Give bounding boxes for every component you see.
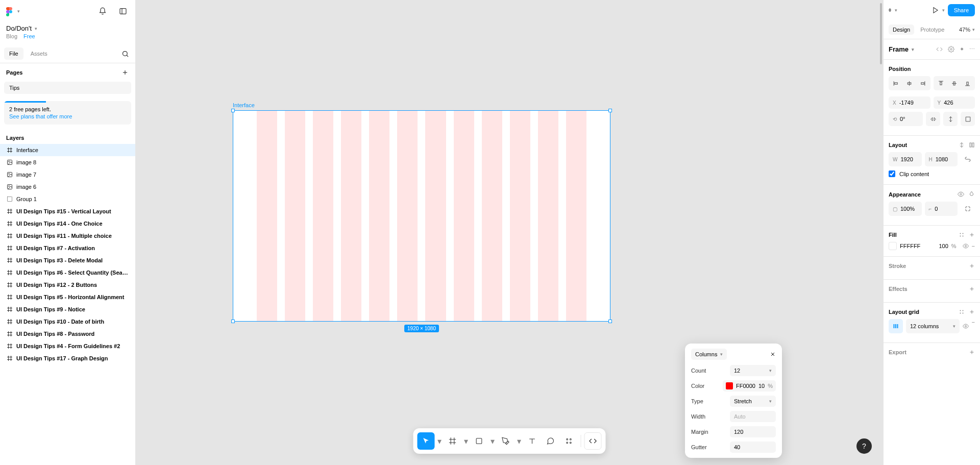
tab-prototype[interactable]: Prototype: [916, 25, 948, 35]
align-left-icon[interactable]: [890, 77, 903, 89]
file-team[interactable]: Blog: [6, 33, 17, 39]
add-fill-icon[interactable]: [969, 232, 975, 238]
resize-handle[interactable]: [231, 109, 235, 112]
fill-opacity[interactable]: 100: [939, 243, 948, 249]
comment-tool[interactable]: [542, 432, 559, 450]
frame-label[interactable]: Interface: [233, 102, 610, 108]
autolayout-h-icon[interactable]: [969, 142, 975, 148]
clip-content-checkbox[interactable]: [889, 170, 895, 177]
text-tool[interactable]: [524, 432, 541, 450]
count-input[interactable]: 12▾: [730, 365, 776, 376]
layer-row[interactable]: UI Design Tips #3 - Delete Modal: [0, 254, 135, 266]
layer-row[interactable]: UI Design Tips #10 - Date of birth: [0, 315, 135, 328]
position-x-input[interactable]: X-1749: [889, 96, 930, 109]
resize-handle[interactable]: [608, 320, 612, 323]
add-effect-icon[interactable]: [969, 286, 975, 292]
actions-tool[interactable]: [560, 432, 578, 450]
layer-row[interactable]: UI Design Tips #4 - Form Guidelines #2: [0, 340, 135, 352]
ai-icon[interactable]: ✦: [960, 46, 964, 53]
styles-icon[interactable]: [959, 309, 965, 315]
fill-swatch-icon[interactable]: [889, 242, 897, 250]
grid-color-input[interactable]: FF0000 10 %: [723, 380, 776, 391]
chevron-down-icon[interactable]: ▾: [35, 26, 37, 31]
layer-row[interactable]: UI Design Tips #14 - One Choice: [0, 217, 135, 230]
move-tool-chevron[interactable]: ▾: [436, 436, 443, 446]
chevron-down-icon[interactable]: ▾: [17, 9, 20, 14]
grid-value-select[interactable]: 12 columns▾: [906, 319, 960, 333]
page-item[interactable]: Tips: [4, 82, 131, 94]
autolayout-v-icon[interactable]: [959, 142, 965, 148]
layer-row[interactable]: UI Design Tips #8 - Password: [0, 328, 135, 340]
frame-tool[interactable]: [444, 432, 461, 450]
chevron-down-icon[interactable]: ▾: [912, 47, 914, 52]
canvas[interactable]: Interface 1920 × 1080 ▾ ▾ ▾: [136, 0, 883, 465]
layer-row[interactable]: UI Design Tips #7 - Activation: [0, 242, 135, 254]
grid-type-select[interactable]: Columns ▾: [691, 349, 727, 360]
close-icon[interactable]: [770, 351, 776, 357]
tab-assets[interactable]: Assets: [26, 47, 53, 60]
align-vcenter-icon[interactable]: [947, 77, 961, 89]
chevron-down-icon[interactable]: ▾: [895, 8, 897, 13]
notifications-icon[interactable]: [96, 5, 109, 17]
component-config-icon[interactable]: [948, 46, 954, 53]
gutter-input[interactable]: 40: [730, 442, 776, 453]
frame-tool-chevron[interactable]: ▾: [462, 436, 470, 446]
align-hcenter-icon[interactable]: [903, 77, 916, 89]
shape-tool[interactable]: [471, 432, 488, 450]
layer-row[interactable]: UI Design Tips #11 - Multiple choice: [0, 230, 135, 242]
pages-limit-link[interactable]: See plans that offer more: [9, 113, 126, 119]
remove-fill-icon[interactable]: −: [972, 243, 975, 249]
align-right-icon[interactable]: [916, 77, 929, 89]
styles-icon[interactable]: [959, 232, 965, 238]
position-y-input[interactable]: Y426: [934, 96, 975, 109]
visibility-icon[interactable]: [958, 191, 964, 198]
align-bottom-icon[interactable]: [961, 77, 974, 89]
fill-hex[interactable]: FFFFFF: [900, 243, 936, 249]
layer-row[interactable]: image 6: [0, 181, 135, 193]
share-button[interactable]: Share: [948, 4, 975, 16]
pen-tool[interactable]: [497, 432, 514, 450]
flip-v-icon[interactable]: [943, 112, 958, 126]
user-avatar[interactable]: ⬮: [889, 8, 892, 13]
width-input[interactable]: W1920: [889, 152, 922, 166]
resize-handle[interactable]: [231, 320, 235, 323]
help-button[interactable]: ?: [856, 438, 872, 454]
layer-row[interactable]: UI Design Tips #6 - Select Quantity (Sea…: [0, 266, 135, 279]
dev-mode-toggle[interactable]: [584, 432, 602, 450]
tab-file[interactable]: File: [4, 47, 23, 60]
shape-tool-chevron[interactable]: ▾: [489, 436, 496, 446]
figma-logo-icon[interactable]: [6, 7, 14, 15]
add-export-icon[interactable]: [969, 349, 975, 355]
flip-h-icon[interactable]: [926, 112, 940, 126]
add-stroke-icon[interactable]: [969, 263, 975, 269]
resize-handle[interactable]: [608, 109, 612, 112]
tab-design[interactable]: Design: [889, 25, 914, 35]
layer-row[interactable]: image 8: [0, 156, 135, 168]
grid-columns-icon[interactable]: [889, 319, 903, 333]
selection-title[interactable]: Frame: [889, 45, 909, 53]
layer-row[interactable]: UI Design Tips #9 - Notice: [0, 303, 135, 315]
constrain-proportions-icon[interactable]: [961, 152, 975, 166]
remove-grid-icon[interactable]: −: [972, 319, 975, 333]
more-icon[interactable]: ⋯: [969, 46, 975, 53]
layer-row[interactable]: UI Design Tips #12 - 2 Buttons: [0, 279, 135, 291]
layer-row[interactable]: UI Design Tips #5 - Horizontal Alignment: [0, 291, 135, 303]
file-plan[interactable]: Free: [23, 33, 35, 39]
zoom-control[interactable]: 47%▾: [959, 27, 975, 33]
file-title[interactable]: Do/Don't: [6, 25, 32, 32]
more-transform-icon[interactable]: [961, 112, 975, 126]
add-page-icon[interactable]: [121, 68, 129, 77]
layer-row[interactable]: UI Design Tips #15 - Vertical Layout: [0, 205, 135, 217]
search-icon[interactable]: [119, 47, 131, 60]
layer-row[interactable]: Group 1: [0, 193, 135, 205]
present-icon[interactable]: [932, 7, 939, 14]
layer-row[interactable]: Interface: [0, 144, 135, 156]
type-select[interactable]: Stretch▾: [730, 396, 776, 407]
visibility-icon[interactable]: [963, 243, 969, 249]
pen-tool-chevron[interactable]: ▾: [516, 436, 523, 446]
visibility-icon[interactable]: [963, 319, 969, 333]
layer-row[interactable]: UI Design Tips #17 - Graph Design: [0, 352, 135, 364]
canvas-scrollbar[interactable]: [880, 3, 882, 64]
move-tool[interactable]: [418, 432, 435, 450]
layer-row[interactable]: image 7: [0, 168, 135, 181]
